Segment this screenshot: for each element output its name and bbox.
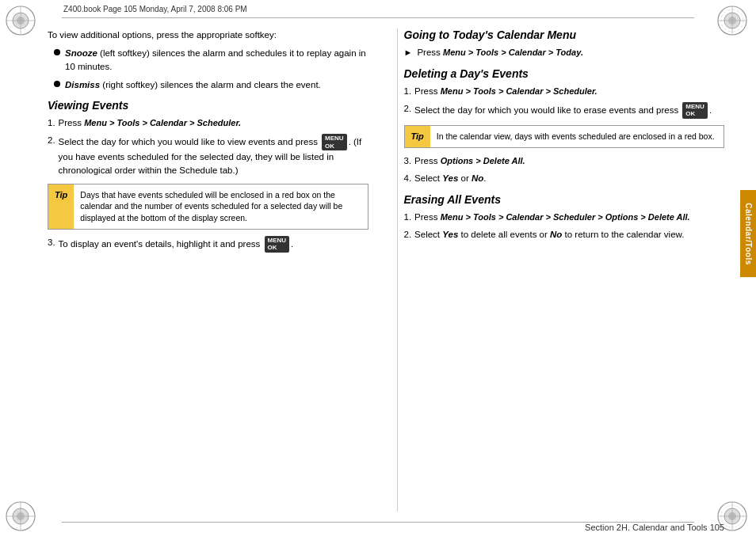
bullet-dot-dismiss <box>54 81 60 87</box>
bullet-snooze-text: Snooze (left softkey) silences the alarm… <box>65 47 368 73</box>
snooze-term: Snooze <box>65 48 97 58</box>
d-step1-text: Press Menu > Tools > Calendar > Schedule… <box>414 85 724 98</box>
erasing-step-1: 1. Press Menu > Tools > Calendar > Sched… <box>404 211 725 224</box>
deleting-step-1: 1. Press Menu > Tools > Calendar > Sched… <box>404 85 725 98</box>
footer: Section 2H. Calendar and Tools 105 <box>48 523 724 532</box>
no-label-2: No <box>550 230 562 239</box>
going-today-text: Press Menu > Tools > Calendar > Today. <box>417 46 583 59</box>
viewing-tip-box: Tip Days that have events scheduled will… <box>48 184 368 230</box>
top-rule <box>62 17 694 18</box>
step1-text: Press Menu > Tools > Calendar > Schedule… <box>59 116 368 130</box>
deleting-step-2: 2. Select the day for which you would li… <box>404 102 725 119</box>
bullet-dot-snooze <box>54 49 60 55</box>
step3-text: To display an event's details, highlight… <box>59 236 368 253</box>
d-step2-num: 2. <box>404 102 412 116</box>
e-step2-text: Select Yes to delete all events or No to… <box>414 228 724 241</box>
footer-text: Section 2H. Calendar and Tools 105 <box>585 523 724 532</box>
d-step3-num: 3. <box>404 154 412 168</box>
e-step1-text: Press Menu > Tools > Calendar > Schedule… <box>414 211 724 224</box>
step1-num: 1. <box>48 116 55 130</box>
viewing-step-2: 2. Select the day for which you would li… <box>48 134 368 177</box>
deleting-tip-content: In the calendar view, days with events s… <box>430 126 724 147</box>
arrow-symbol: ► <box>404 47 413 59</box>
side-tab: Calendar/Tools <box>740 190 756 277</box>
deleting-tip-box: Tip In the calendar view, days with even… <box>404 125 725 148</box>
bullet-list: Snooze (left softkey) silences the alarm… <box>54 47 368 91</box>
erasing-step-2: 2. Select Yes to delete all events or No… <box>404 228 725 241</box>
d-step3-menu: Options > Delete All. <box>441 156 525 165</box>
menu-ok-button-1: MENUOK <box>322 134 347 150</box>
deleting-step-3: 3. Press Options > Delete All. <box>404 154 725 168</box>
viewing-step-3: 3. To display an event's details, highli… <box>48 236 368 253</box>
dismiss-term: Dismiss <box>65 80 100 89</box>
viewing-steps: 1. Press Menu > Tools > Calendar > Sched… <box>48 116 368 177</box>
viewing-step-1: 1. Press Menu > Tools > Calendar > Sched… <box>48 116 368 130</box>
e-step2-num: 2. <box>404 228 412 241</box>
viewing-tip-label: Tip <box>48 184 74 229</box>
intro-text: To view additional options, press the ap… <box>48 29 368 42</box>
deleting-day-heading: Deleting a Day's Events <box>404 67 725 80</box>
e-step1-num: 1. <box>404 211 412 224</box>
erasing-all-heading: Erasing All Events <box>404 193 725 206</box>
snooze-desc: (left softkey) silences the alarm and sc… <box>65 48 366 71</box>
menu-ok-button-2: MENUOK <box>265 236 290 253</box>
d-step3-text: Press Options > Delete All. <box>414 154 724 168</box>
going-today-menu-path: Menu > Tools > Calendar > Today. <box>443 48 583 57</box>
deleting-steps-2: 3. Press Options > Delete All. 4. Select… <box>404 154 725 185</box>
e-step1-menu: Menu > Tools > Calendar > Scheduler > Op… <box>441 212 690 222</box>
bullet-dismiss-text: Dismiss (right softkey) silences the ala… <box>65 78 321 92</box>
yes-label-2: Yes <box>442 230 458 239</box>
dismiss-desc: (right softkey) silences the alarm and c… <box>102 80 321 89</box>
d-step1-num: 1. <box>404 85 412 98</box>
viewing-events-heading: Viewing Events <box>48 99 368 112</box>
going-today-arrow: ► Press Menu > Tools > Calendar > Today. <box>404 46 725 59</box>
content-area: To view additional options, press the ap… <box>48 29 724 511</box>
deleting-step-4: 4. Select Yes or No. <box>404 172 725 185</box>
no-label: No <box>472 173 483 183</box>
viewing-tip-content: Days that have events scheduled will be … <box>74 184 367 229</box>
viewing-step3-list: 3. To display an event's details, highli… <box>48 236 368 253</box>
step1-menu-path: Menu > Tools > Calendar > Scheduler. <box>84 118 241 127</box>
menu-ok-button-3: MENUOK <box>682 102 708 119</box>
d-step2-text: Select the day for which you would like … <box>414 102 724 119</box>
page-container: Z400.book Page 105 Monday, April 7, 2008… <box>0 0 756 540</box>
header-text: Z400.book Page 105 Monday, April 7, 2008… <box>63 5 247 13</box>
corner-tl <box>3 3 41 41</box>
corner-bl <box>3 499 41 537</box>
d-step4-num: 4. <box>404 172 412 185</box>
erasing-steps: 1. Press Menu > Tools > Calendar > Sched… <box>404 211 725 241</box>
going-today-heading: Going to Today's Calendar Menu <box>404 29 725 41</box>
step3-num: 3. <box>48 236 55 249</box>
deleting-tip-label: Tip <box>405 126 430 147</box>
bullet-dismiss: Dismiss (right softkey) silences the ala… <box>54 78 368 92</box>
yes-label: Yes <box>442 173 458 183</box>
step2-num: 2. <box>48 134 55 147</box>
side-tab-label: Calendar/Tools <box>744 203 753 265</box>
left-column: To view additional options, press the ap… <box>48 29 378 511</box>
step2-text: Select the day for which you would like … <box>59 134 368 177</box>
bullet-snooze: Snooze (left softkey) silences the alarm… <box>54 47 368 73</box>
deleting-steps-1: 1. Press Menu > Tools > Calendar > Sched… <box>404 85 725 119</box>
d-step4-text: Select Yes or No. <box>414 172 724 185</box>
d-step1-menu: Menu > Tools > Calendar > Scheduler. <box>441 86 598 96</box>
right-column: Going to Today's Calendar Menu ► Press M… <box>397 29 725 511</box>
